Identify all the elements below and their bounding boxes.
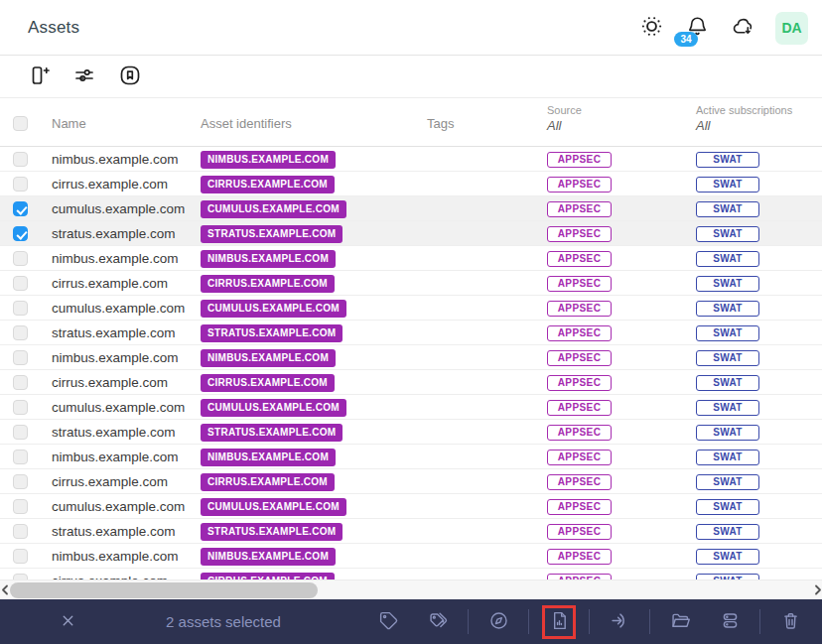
subscriptions-filter[interactable]: Active subscriptions All — [696, 104, 792, 133]
asset-name: cirrus.example.com — [52, 276, 168, 291]
asset-name: stratus.example.com — [52, 226, 176, 241]
table-row[interactable]: cirrus.example.com CIRRUS.EXAMPLE.COM AP… — [0, 172, 822, 196]
table-row[interactable]: cumulus.example.com CUMULUS.EXAMPLE.COM … — [0, 196, 822, 221]
table-row[interactable]: nimbus.example.com NIMBUS.EXAMPLE.COM AP… — [0, 445, 822, 469]
asset-identifier-badge: NIMBUS.EXAMPLE.COM — [201, 449, 336, 466]
row-checkbox[interactable] — [13, 499, 28, 514]
row-checkbox[interactable] — [13, 301, 28, 316]
row-checkbox[interactable] — [13, 251, 28, 266]
close-icon — [60, 612, 76, 632]
subscription-badge: SWAT — [696, 325, 759, 341]
delete-action-button[interactable] — [775, 607, 805, 637]
asset-identifier-badge: STRATUS.EXAMPLE.COM — [201, 225, 342, 243]
source-badge: APPSEC — [547, 152, 612, 168]
row-checkbox[interactable] — [13, 177, 28, 192]
subscription-badge: SWAT — [696, 549, 759, 565]
table-row[interactable]: stratus.example.com STRATUS.EXAMPLE.COM … — [0, 420, 822, 445]
table-row[interactable]: nimbus.example.com NIMBUS.EXAMPLE.COM AP… — [0, 147, 822, 172]
asset-name: nimbus.example.com — [52, 549, 179, 564]
chevron-right-icon — [814, 583, 822, 598]
asset-identifier-badge: NIMBUS.EXAMPLE.COM — [201, 151, 336, 169]
avatar[interactable]: DA — [775, 12, 808, 45]
table-row[interactable]: stratus.example.com STRATUS.EXAMPLE.COM … — [0, 321, 822, 345]
row-checkbox[interactable] — [13, 375, 28, 390]
subscription-badge: SWAT — [696, 524, 759, 540]
label-button[interactable] — [117, 64, 143, 90]
asset-name: nimbus.example.com — [52, 251, 179, 266]
divider — [528, 609, 529, 634]
table-row[interactable]: cirrus.example.com CIRRUS.EXAMPLE.COM AP… — [0, 569, 822, 580]
table-row[interactable]: cirrus.example.com CIRRUS.EXAMPLE.COM AP… — [0, 370, 822, 395]
notifications-button[interactable]: 34 — [680, 11, 714, 45]
row-checkbox[interactable] — [13, 524, 28, 539]
asset-name: stratus.example.com — [52, 425, 176, 440]
scroll-left-button[interactable] — [0, 580, 9, 600]
table-row[interactable]: nimbus.example.com NIMBUS.EXAMPLE.COM AP… — [0, 345, 822, 370]
row-checkbox[interactable] — [13, 152, 28, 167]
scrollbar-thumb[interactable] — [10, 582, 318, 598]
compass-action-button[interactable] — [483, 607, 513, 637]
asset-identifier-badge: CUMULUS.EXAMPLE.COM — [201, 300, 346, 318]
asset-name: stratus.example.com — [52, 524, 176, 539]
table-body: nimbus.example.com NIMBUS.EXAMPLE.COM AP… — [0, 147, 822, 580]
row-checkbox[interactable] — [13, 474, 28, 489]
table-row[interactable]: stratus.example.com STRATUS.EXAMPLE.COM … — [0, 519, 822, 544]
table-row[interactable]: cumulus.example.com CUMULUS.EXAMPLE.COM … — [0, 494, 822, 519]
add-asset-icon — [27, 64, 51, 90]
sign-in-action-button[interactable] — [605, 607, 634, 637]
row-checkbox[interactable] — [13, 549, 28, 564]
subscription-badge: SWAT — [696, 201, 759, 217]
source-filter[interactable]: Source All — [547, 104, 582, 133]
report-document-action-button[interactable] — [544, 607, 574, 637]
subscriptions-filter-value: All — [696, 118, 792, 133]
row-checkbox[interactable] — [13, 425, 28, 440]
asset-name: cirrus.example.com — [52, 375, 168, 390]
sun-dots-icon — [640, 15, 663, 41]
subscription-badge: SWAT — [696, 499, 759, 515]
table-row[interactable]: cirrus.example.com CIRRUS.EXAMPLE.COM AP… — [0, 271, 822, 296]
selection-actions — [368, 607, 822, 637]
table-row[interactable]: cumulus.example.com CUMULUS.EXAMPLE.COM … — [0, 395, 822, 420]
tags-action-button[interactable] — [423, 607, 453, 637]
row-checkbox[interactable] — [13, 450, 28, 464]
row-checkbox[interactable] — [13, 400, 28, 415]
row-checkbox[interactable] — [13, 201, 28, 216]
subscription-badge: SWAT — [696, 450, 759, 465]
asset-identifier-badge: CIRRUS.EXAMPLE.COM — [201, 573, 335, 580]
asset-identifier-badge: STRATUS.EXAMPLE.COM — [201, 523, 342, 541]
row-checkbox[interactable] — [13, 276, 28, 291]
source-badge: APPSEC — [547, 325, 612, 341]
table-row[interactable]: stratus.example.com STRATUS.EXAMPLE.COM … — [0, 221, 822, 246]
source-badge: APPSEC — [547, 201, 612, 217]
source-badge: APPSEC — [547, 226, 612, 242]
chevron-left-icon — [1, 583, 9, 598]
filter-button[interactable] — [71, 64, 97, 90]
asset-name: cirrus.example.com — [52, 177, 168, 192]
row-checkbox[interactable] — [13, 350, 28, 365]
table-row[interactable]: nimbus.example.com NIMBUS.EXAMPLE.COM AP… — [0, 246, 822, 271]
collection-action-button[interactable] — [715, 607, 745, 637]
table-row[interactable]: cirrus.example.com CIRRUS.EXAMPLE.COM AP… — [0, 469, 822, 494]
asset-identifier-badge: CUMULUS.EXAMPLE.COM — [201, 200, 346, 218]
subscription-badge: SWAT — [696, 350, 759, 366]
source-badge: APPSEC — [547, 251, 612, 267]
tag-action-button[interactable] — [373, 607, 403, 637]
table-row[interactable]: nimbus.example.com NIMBUS.EXAMPLE.COM AP… — [0, 544, 822, 569]
scan-status-button[interactable] — [634, 11, 668, 45]
divider — [649, 609, 650, 634]
row-checkbox[interactable] — [13, 226, 28, 241]
subscriptions-filter-label: Active subscriptions — [696, 104, 792, 116]
move-to-folder-action-button[interactable] — [665, 607, 695, 637]
add-asset-button[interactable] — [26, 64, 52, 90]
source-badge: APPSEC — [547, 425, 612, 441]
asset-identifier-badge: NIMBUS.EXAMPLE.COM — [201, 250, 336, 268]
horizontal-scrollbar[interactable] — [0, 580, 822, 599]
select-all-checkbox[interactable] — [13, 116, 28, 131]
scroll-right-button[interactable] — [813, 580, 822, 600]
cloud-sync-button[interactable] — [726, 11, 759, 45]
asset-identifier-badge: STRATUS.EXAMPLE.COM — [201, 424, 342, 442]
asset-name: nimbus.example.com — [52, 450, 179, 464]
row-checkbox[interactable] — [13, 325, 28, 340]
clear-selection-button[interactable] — [55, 609, 80, 635]
table-row[interactable]: cumulus.example.com CUMULUS.EXAMPLE.COM … — [0, 296, 822, 321]
